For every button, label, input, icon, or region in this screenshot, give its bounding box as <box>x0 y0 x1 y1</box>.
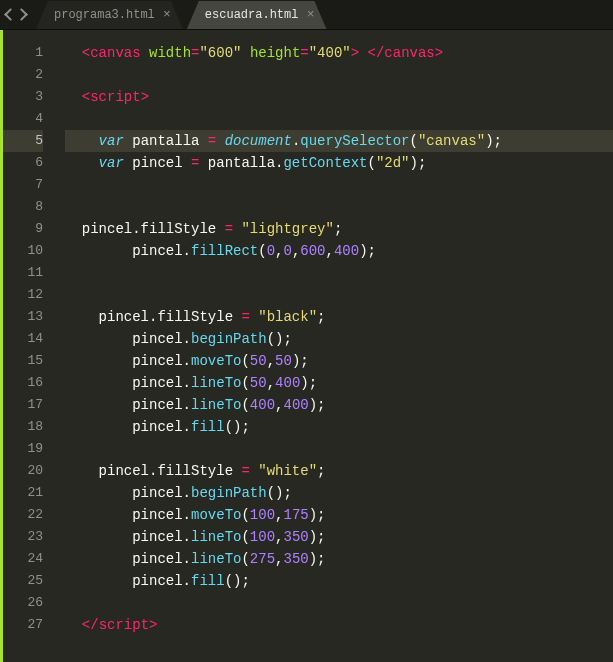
token: , <box>326 243 334 259</box>
token: pincel.fillStyle <box>65 463 241 479</box>
token: 600 <box>300 243 325 259</box>
token: beginPath <box>191 485 267 501</box>
close-icon[interactable]: × <box>307 7 315 22</box>
token: ); <box>359 243 376 259</box>
token: ( <box>241 507 249 523</box>
token <box>65 617 82 633</box>
code-line[interactable]: </script> <box>65 614 613 636</box>
code-line[interactable]: pincel.beginPath(); <box>65 328 613 350</box>
token: pincel. <box>65 507 191 523</box>
code-line[interactable]: pincel.moveTo(100,175); <box>65 504 613 526</box>
code-line[interactable]: pincel.fillStyle = "lightgrey"; <box>65 218 613 240</box>
code-line[interactable]: var pincel = pantalla.getContext("2d"); <box>65 152 613 174</box>
code-line[interactable] <box>65 196 613 218</box>
token: "lightgrey" <box>241 221 333 237</box>
token: ( <box>241 375 249 391</box>
token: ); <box>309 551 326 567</box>
token <box>250 463 258 479</box>
line-number: 1 <box>3 42 43 64</box>
token: pincel. <box>65 419 191 435</box>
line-number: 20 <box>3 460 43 482</box>
token: getContext <box>283 155 367 171</box>
token: document <box>225 133 292 149</box>
code-line[interactable]: pincel.fill(); <box>65 416 613 438</box>
line-number: 2 <box>3 64 43 86</box>
code-line[interactable]: pincel.fillStyle = "black"; <box>65 306 613 328</box>
token: ; <box>317 463 325 479</box>
token: 100 <box>250 507 275 523</box>
line-number: 24 <box>3 548 43 570</box>
code-line[interactable]: <script> <box>65 86 613 108</box>
code-line[interactable]: <canvas width="600" height="400"> </canv… <box>65 42 613 64</box>
token: width <box>149 45 191 61</box>
line-number: 5 <box>3 130 43 152</box>
token: pantalla. <box>199 155 283 171</box>
token: ( <box>410 133 418 149</box>
token: ( <box>241 551 249 567</box>
token: height <box>250 45 300 61</box>
line-number: 16 <box>3 372 43 394</box>
token: fill <box>191 419 225 435</box>
token: ); <box>309 507 326 523</box>
line-number: 17 <box>3 394 43 416</box>
token: 400 <box>275 375 300 391</box>
code-line[interactable]: var pantalla = document.querySelector("c… <box>65 130 613 152</box>
line-number: 26 <box>3 592 43 614</box>
nav-forward-icon[interactable] <box>15 8 28 21</box>
line-number: 19 <box>3 438 43 460</box>
code-line[interactable]: pincel.beginPath(); <box>65 482 613 504</box>
token: pincel.fillStyle <box>65 221 225 237</box>
token: ( <box>241 529 249 545</box>
code-line[interactable]: pincel.lineTo(50,400); <box>65 372 613 394</box>
token: = <box>241 309 249 325</box>
token: pincel.fillStyle <box>65 309 241 325</box>
tab-0[interactable]: programa3.html× <box>36 1 183 29</box>
token: ); <box>485 133 502 149</box>
token: ); <box>309 397 326 413</box>
token: fillRect <box>191 243 258 259</box>
code-line[interactable] <box>65 64 613 86</box>
code-line[interactable]: pincel.fillRect(0,0,600,400); <box>65 240 613 262</box>
token: pantalla <box>124 133 208 149</box>
token: > <box>149 617 157 633</box>
token: (); <box>225 419 250 435</box>
tab-label: programa3.html <box>54 8 155 22</box>
code-line[interactable]: pincel.fillStyle = "white"; <box>65 460 613 482</box>
token: , <box>267 353 275 369</box>
token: lineTo <box>191 397 241 413</box>
editor: 1234567891011121314151617181920212223242… <box>0 30 613 662</box>
code-line[interactable] <box>65 174 613 196</box>
code-line[interactable] <box>65 108 613 130</box>
token: var <box>99 133 124 149</box>
token <box>359 45 367 61</box>
close-icon[interactable]: × <box>163 7 171 22</box>
token <box>250 309 258 325</box>
code-line[interactable]: pincel.lineTo(100,350); <box>65 526 613 548</box>
code-line[interactable] <box>65 262 613 284</box>
token: = <box>300 45 308 61</box>
token: canvas <box>90 45 140 61</box>
code-line[interactable]: pincel.moveTo(50,50); <box>65 350 613 372</box>
code-line[interactable] <box>65 438 613 460</box>
token: 400 <box>283 397 308 413</box>
token: ( <box>241 397 249 413</box>
line-number: 22 <box>3 504 43 526</box>
token: pincel. <box>65 375 191 391</box>
tab-1[interactable]: escuadra.html× <box>187 1 327 29</box>
code-line[interactable]: pincel.lineTo(275,350); <box>65 548 613 570</box>
code-line[interactable] <box>65 284 613 306</box>
line-number: 27 <box>3 614 43 636</box>
token: "white" <box>258 463 317 479</box>
code-line[interactable] <box>65 592 613 614</box>
line-number: 13 <box>3 306 43 328</box>
token: "600" <box>199 45 241 61</box>
token <box>141 45 149 61</box>
line-number: 18 <box>3 416 43 438</box>
code-line[interactable]: pincel.lineTo(400,400); <box>65 394 613 416</box>
token <box>65 133 99 149</box>
code-line[interactable]: pincel.fill(); <box>65 570 613 592</box>
token: = <box>241 463 249 479</box>
code-area[interactable]: <canvas width="600" height="400"> </canv… <box>55 30 613 662</box>
line-number: 23 <box>3 526 43 548</box>
token: beginPath <box>191 331 267 347</box>
